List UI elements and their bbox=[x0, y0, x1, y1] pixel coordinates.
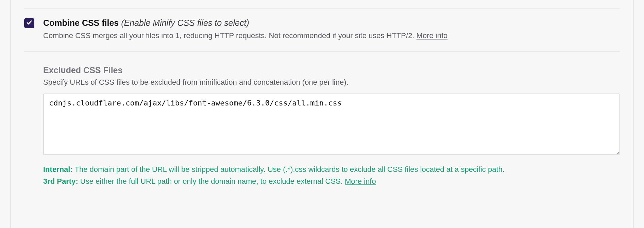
third-party-label: 3rd Party: bbox=[43, 177, 78, 185]
excluded-css-block: Excluded CSS Files Specify URLs of CSS f… bbox=[24, 65, 620, 187]
combine-css-hint: (Enable Minify CSS files to select) bbox=[121, 18, 249, 28]
combine-css-title-text: Combine CSS files bbox=[43, 18, 119, 28]
excluded-css-textarea[interactable] bbox=[43, 94, 620, 155]
excluded-css-title: Excluded CSS Files bbox=[43, 65, 620, 75]
excluded-css-description: Specify URLs of CSS files to be excluded… bbox=[43, 78, 620, 87]
third-party-note: 3rd Party: Use either the full URL path … bbox=[43, 176, 620, 187]
third-party-more-info-link[interactable]: More info bbox=[345, 177, 376, 185]
checkmark-icon bbox=[26, 19, 32, 27]
combine-css-desc-text: Combine CSS merges all your files into 1… bbox=[43, 31, 417, 40]
internal-label: Internal: bbox=[43, 165, 73, 174]
combine-css-more-info-link[interactable]: More info bbox=[417, 31, 448, 40]
combine-css-title: Combine CSS files (Enable Minify CSS fil… bbox=[43, 18, 620, 28]
combine-css-text: Combine CSS files (Enable Minify CSS fil… bbox=[43, 18, 620, 41]
combine-css-description: Combine CSS merges all your files into 1… bbox=[43, 31, 620, 41]
excluded-notes: Internal: The domain part of the URL wil… bbox=[43, 164, 620, 187]
third-party-text: Use either the full URL path or only the… bbox=[78, 177, 345, 185]
internal-note: Internal: The domain part of the URL wil… bbox=[43, 164, 620, 175]
divider bbox=[24, 8, 620, 9]
internal-text: The domain part of the URL will be strip… bbox=[73, 165, 505, 174]
combine-css-checkbox[interactable] bbox=[24, 18, 34, 28]
combine-css-option: Combine CSS files (Enable Minify CSS fil… bbox=[24, 18, 620, 52]
settings-panel: Combine CSS files (Enable Minify CSS fil… bbox=[10, 0, 634, 228]
